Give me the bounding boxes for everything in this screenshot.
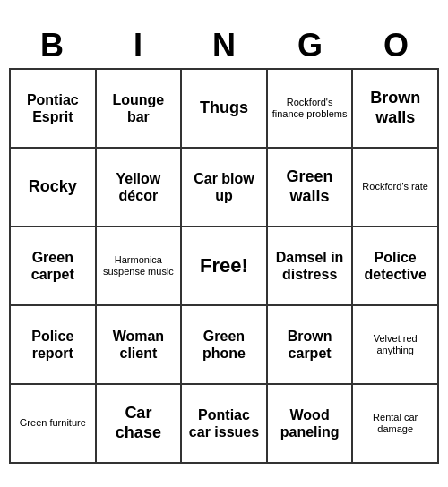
bingo-cell: Police report: [11, 306, 97, 385]
cell-text: Green phone: [185, 328, 263, 362]
cell-text: Rockford's rate: [362, 181, 428, 192]
bingo-card: BINGO Pontiac EspritLounge barThugsRockf…: [9, 23, 439, 464]
cell-text: Police report: [14, 328, 91, 362]
cell-text: Damsel in distress: [271, 249, 349, 283]
bingo-cell: Brown carpet: [268, 306, 354, 385]
bingo-cell: Green carpet: [11, 227, 97, 306]
cell-text: Thugs: [200, 98, 248, 118]
bingo-cell: Harmonica suspense music: [97, 227, 183, 306]
cell-text: Rocky: [29, 177, 77, 197]
cell-text: Harmonica suspense music: [100, 254, 177, 278]
bingo-cell: Green furniture: [11, 385, 97, 464]
bingo-cell: Brown walls: [353, 70, 439, 149]
bingo-cell: Lounge bar: [97, 70, 183, 149]
bingo-cell: Rocky: [11, 149, 97, 227]
bingo-cell: Rockford's finance problems: [268, 70, 354, 149]
bingo-cell: Thugs: [182, 70, 268, 149]
cell-text: Free!: [200, 254, 248, 278]
cell-text: Pontiac Esprit: [14, 91, 91, 125]
bingo-cell: Pontiac Esprit: [11, 70, 97, 149]
cell-text: Rental car damage: [357, 412, 434, 435]
cell-text: Lounge bar: [100, 91, 177, 125]
bingo-cell: Green walls: [268, 149, 354, 227]
bingo-cell: Car blow up: [182, 149, 268, 227]
bingo-cell: Velvet red anything: [353, 306, 439, 385]
cell-text: Wood paneling: [271, 406, 349, 440]
cell-text: Green walls: [271, 167, 349, 206]
bingo-letter: O: [353, 23, 439, 68]
bingo-cell: Car chase: [97, 385, 183, 464]
bingo-letter: I: [95, 23, 181, 68]
cell-text: Yellow décor: [100, 170, 177, 204]
cell-text: Velvet red anything: [357, 333, 434, 356]
cell-text: Green furniture: [20, 417, 86, 429]
bingo-letter: B: [9, 23, 95, 68]
bingo-cell: Rental car damage: [353, 385, 439, 464]
cell-text: Pontiac car issues: [185, 406, 263, 440]
bingo-cell: Damsel in distress: [268, 227, 354, 306]
bingo-cell: Yellow décor: [97, 149, 183, 227]
cell-text: Brown carpet: [271, 328, 349, 362]
bingo-letter: N: [181, 23, 267, 68]
cell-text: Police detective: [357, 249, 434, 283]
bingo-cell: Woman client: [97, 306, 183, 385]
bingo-cell: Rockford's rate: [353, 149, 439, 227]
bingo-header: BINGO: [9, 23, 439, 68]
cell-text: Car chase: [100, 404, 177, 442]
bingo-cell: Green phone: [182, 306, 268, 385]
bingo-cell: Free!: [182, 227, 268, 306]
bingo-cell: Police detective: [353, 227, 439, 306]
cell-text: Rockford's finance problems: [271, 97, 349, 120]
bingo-letter: G: [267, 23, 353, 68]
cell-text: Woman client: [100, 328, 177, 362]
bingo-cell: Wood paneling: [268, 385, 354, 464]
cell-text: Green carpet: [14, 249, 91, 283]
bingo-grid: Pontiac EspritLounge barThugsRockford's …: [9, 68, 439, 464]
bingo-cell: Pontiac car issues: [182, 385, 268, 464]
cell-text: Brown walls: [357, 89, 434, 127]
cell-text: Car blow up: [185, 170, 263, 204]
